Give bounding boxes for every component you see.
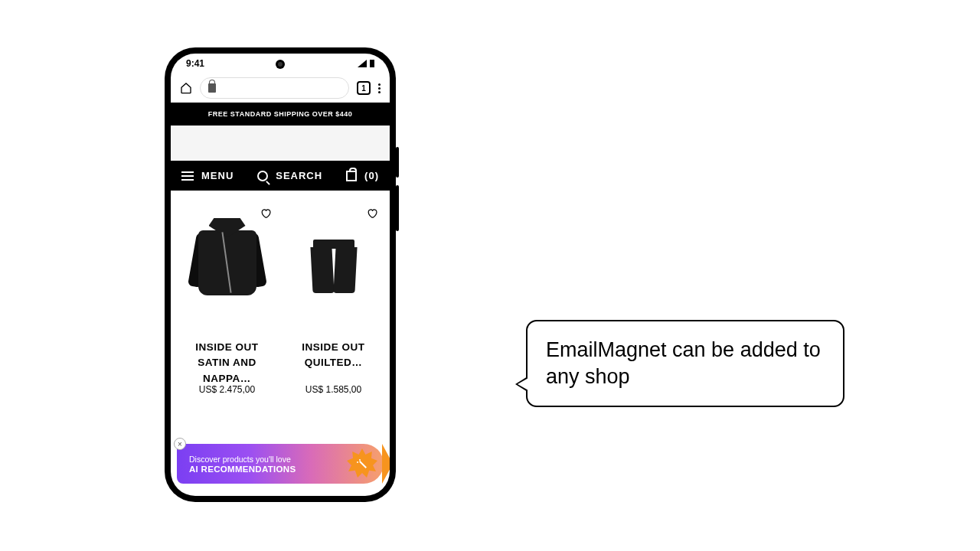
search-button[interactable]: SEARCH (257, 170, 322, 181)
wishlist-button[interactable] (365, 207, 379, 220)
product-title: INSIDE OUT QUILTED… (282, 340, 385, 370)
cart-count: (0) (364, 170, 379, 181)
cart-button[interactable]: (0) (346, 170, 379, 181)
product-price: US$ 1.585,00 (282, 384, 385, 395)
url-bar[interactable] (200, 77, 349, 99)
heart-icon (365, 207, 379, 220)
menu-label: MENU (201, 170, 234, 181)
hamburger-icon (181, 171, 194, 181)
browser-bar: 1 (171, 73, 390, 103)
battery-icon (370, 60, 374, 67)
jacket-illustration (192, 217, 263, 308)
bag-icon (346, 171, 357, 181)
status-time: 9:41 (186, 58, 204, 69)
widget-title: AI RECOMMENDATIONS (189, 465, 347, 474)
phone-screen: 9:41 1 FREE STANDARD SHIPPING OVER $440 … (171, 54, 390, 496)
product-card[interactable]: INSIDE OUT SATIN AND NAPPA… US$ 2.475,00 (175, 203, 279, 395)
status-icons (358, 60, 374, 67)
widget-subtitle: Discover products you'll love (189, 455, 347, 464)
shop-navbar: MENU SEARCH (0) (171, 161, 390, 191)
magic-wand-icon (357, 458, 368, 469)
lock-icon (208, 83, 216, 93)
product-title: INSIDE OUT SATIN AND NAPPA… (175, 340, 279, 370)
widget-action-button[interactable] (347, 448, 377, 479)
camera-cutout (276, 60, 285, 69)
ai-recommendations-widget[interactable]: × Discover products you'll love AI RECOM… (177, 444, 384, 484)
callout-text: EmailMagnet can be added to any shop (546, 338, 821, 388)
product-image (175, 203, 279, 321)
more-icon[interactable] (378, 83, 381, 93)
shipping-banner: FREE STANDARD SHIPPING OVER $440 (171, 103, 390, 126)
shorts-illustration (310, 240, 358, 301)
widget-arrow-icon (382, 444, 390, 484)
product-card[interactable]: INSIDE OUT QUILTED… US$ 1.585,00 (282, 203, 385, 395)
menu-button[interactable]: MENU (181, 170, 234, 181)
phone-frame: 9:41 1 FREE STANDARD SHIPPING OVER $440 … (165, 47, 396, 502)
tab-count-button[interactable]: 1 (357, 81, 371, 95)
phone-side-button (396, 147, 399, 178)
header-spacer (171, 126, 390, 161)
widget-text: Discover products you'll love AI RECOMME… (189, 455, 347, 474)
phone-side-button (396, 185, 399, 231)
status-bar: 9:41 (171, 54, 390, 73)
product-price: US$ 2.475,00 (175, 384, 279, 395)
search-icon (257, 171, 268, 181)
callout-tail-icon (515, 377, 528, 392)
home-icon[interactable] (180, 82, 192, 94)
signal-icon (358, 60, 367, 67)
speech-callout: EmailMagnet can be added to any shop (526, 320, 844, 407)
widget-close-button[interactable]: × (174, 438, 186, 450)
product-grid: INSIDE OUT SATIN AND NAPPA… US$ 2.475,00… (171, 191, 390, 395)
product-image (282, 203, 385, 321)
search-label: SEARCH (276, 170, 322, 181)
